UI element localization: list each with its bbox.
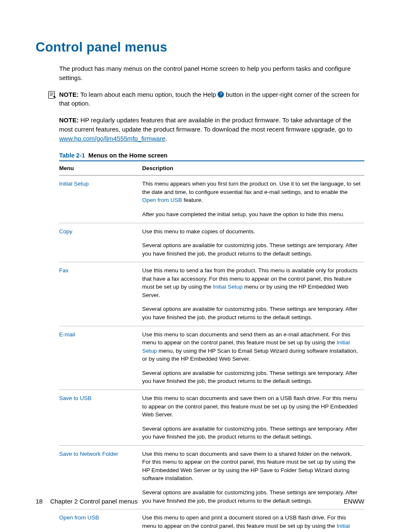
description-cell: Use this menu to open and print a docume… [142, 509, 364, 532]
table-caption: Table 2-1 Menus on the Home screen [59, 152, 364, 159]
table-header-menu: Menu [59, 161, 142, 176]
firmware-link[interactable]: www.hp.com/go/ljm4555mfp_firmware [59, 135, 165, 142]
note-icon [48, 91, 57, 99]
menu-cell: Save to USB [59, 390, 142, 445]
table-row: Open from USBUse this menu to open and p… [59, 509, 364, 532]
description-cell: Use this menu to scan documents and send… [142, 326, 364, 390]
table-header-description: Description [142, 161, 364, 176]
table-row: Initial SetupThis menu appears when you … [59, 176, 364, 223]
note-label: NOTE: [59, 91, 79, 98]
table-row: CopyUse this menu to make copies of docu… [59, 223, 364, 262]
note-2-after: . [165, 135, 167, 142]
menu-cell: Fax [59, 262, 142, 326]
description-cell: Use this menu to make copies of document… [142, 223, 364, 262]
note-2: NOTE: HP regularly updates features that… [36, 116, 364, 143]
description-cell: Use this menu to send a fax from the pro… [142, 262, 364, 326]
table-row: FaxUse this menu to send a fax from the … [59, 262, 364, 326]
table-caption-title: Menus on the Home screen [88, 152, 168, 159]
svg-rect-0 [49, 91, 55, 98]
menus-table: Menu Description Initial SetupThis menu … [59, 160, 364, 532]
intro-paragraph: The product has many menus on the contro… [59, 64, 364, 83]
table-row: Save to USBUse this menu to scan documen… [59, 390, 364, 445]
footer-right: ENWW [344, 498, 364, 505]
note-label: NOTE: [59, 116, 79, 124]
help-icon: ? [218, 91, 224, 98]
menu-cell: Initial Setup [59, 176, 142, 223]
table-body: Initial SetupThis menu appears when you … [59, 176, 364, 532]
page-number: 18 [36, 498, 43, 505]
menu-cell: Copy [59, 223, 142, 262]
table-row: E-mailUse this menu to scan documents an… [59, 326, 364, 390]
description-cell: This menu appears when you first turn th… [142, 176, 364, 223]
page-footer: 18 Chapter 2 Control panel menus ENWW [36, 498, 364, 505]
page-heading: Control panel menus [36, 40, 364, 55]
description-cell: Use this menu to scan documents and save… [142, 390, 364, 445]
chapter-label: Chapter 2 Control panel menus [50, 498, 138, 505]
note-1: NOTE: To learn about each menu option, t… [36, 90, 364, 108]
table-caption-id: Table 2-1 [59, 152, 85, 159]
note-2-before: HP regularly updates features that are a… [59, 116, 352, 133]
menu-cell: E-mail [59, 326, 142, 390]
note-1-before: To learn about each menu option, touch t… [81, 91, 218, 98]
menu-cell: Open from USB [59, 509, 142, 532]
